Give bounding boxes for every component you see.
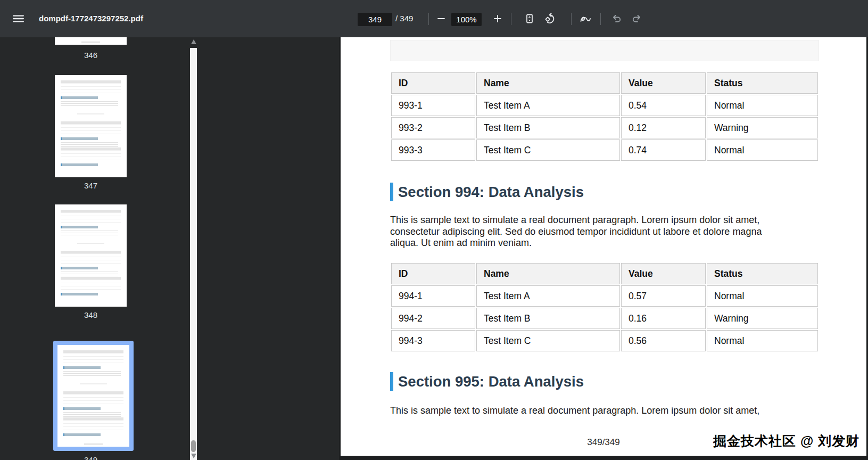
cell-name: Test Item C bbox=[476, 139, 620, 161]
section-heading-994: Section 994: Data Analysis bbox=[390, 183, 584, 201]
column-header: Status bbox=[707, 263, 818, 284]
thumbnail-page-preview bbox=[55, 75, 127, 177]
table-row: 993-3 Test Item C 0.74 Normal bbox=[391, 139, 818, 161]
document-title: dompdf-1772473297252.pdf bbox=[39, 0, 143, 37]
thumbnail-label-349[interactable]: 349 bbox=[55, 455, 127, 460]
paragraph-line: aliqua. Ut enim ad minim veniam. bbox=[390, 237, 824, 249]
cell-status: Normal bbox=[707, 330, 818, 351]
table-row: 994-2 Test Item B 0.16 Warning bbox=[391, 308, 818, 329]
cell-value: 0.56 bbox=[621, 330, 706, 351]
column-header: Name bbox=[476, 263, 620, 284]
paragraph-line: consectetur adipiscing elit. Sed do eius… bbox=[390, 226, 824, 238]
thumbnail-label-347[interactable]: 347 bbox=[55, 181, 127, 190]
thumbnail-sidebar: 346 347 348 349 bbox=[0, 37, 339, 460]
thumbnail-page-preview bbox=[81, 42, 100, 43]
menu-icon bbox=[11, 12, 25, 26]
cell-name: Test Item A bbox=[476, 95, 620, 116]
cell-id: 994-1 bbox=[391, 285, 475, 307]
column-header: Name bbox=[476, 72, 620, 94]
section-heading-995: Section 995: Data Analysis bbox=[390, 372, 584, 391]
paragraph-line: This is sample text to simulate a real d… bbox=[390, 215, 824, 226]
zoom-out-icon bbox=[435, 12, 448, 25]
paragraph-line: This is sample text to simulate a real d… bbox=[390, 405, 824, 417]
cell-value: 0.16 bbox=[621, 308, 706, 329]
table-header-row: ID Name Value Status bbox=[391, 263, 818, 284]
toolbar-divider bbox=[511, 13, 511, 25]
thumbnail-label-346[interactable]: 346 bbox=[55, 51, 127, 60]
thumbnail-label-348[interactable]: 348 bbox=[55, 310, 127, 319]
cell-id: 993-1 bbox=[391, 95, 475, 116]
column-header: ID bbox=[391, 263, 475, 284]
cell-status: Warning bbox=[707, 117, 818, 138]
thumbnail-page-preview bbox=[55, 204, 127, 307]
fit-page-icon bbox=[523, 12, 536, 25]
zoom-in-icon bbox=[491, 12, 504, 25]
cell-value: 0.74 bbox=[621, 139, 706, 161]
rotate-button[interactable] bbox=[542, 10, 559, 27]
draw-annotate-button[interactable] bbox=[577, 10, 594, 27]
toolbar-divider bbox=[571, 13, 572, 25]
menu-button[interactable] bbox=[10, 10, 27, 27]
cell-status: Normal bbox=[707, 95, 818, 116]
rotate-icon bbox=[544, 12, 557, 25]
cell-name: Test Item B bbox=[476, 117, 620, 138]
thumbnail-page-346[interactable] bbox=[55, 37, 127, 45]
watermark-text: 掘金技术社区 @ 刘发财 bbox=[713, 432, 859, 450]
toolbar-divider bbox=[428, 13, 429, 25]
thumbnail-page-349-selected[interactable] bbox=[53, 341, 134, 451]
toolbar-divider bbox=[600, 13, 601, 25]
data-table-993: ID Name Value Status 993-1 Test Item A 0… bbox=[390, 71, 819, 162]
column-header: Value bbox=[621, 263, 706, 284]
pdf-page-349: ID Name Value Status 993-1 Test Item A 0… bbox=[341, 37, 866, 456]
thumbnail-page-347[interactable] bbox=[55, 75, 127, 177]
pdf-viewer-area: ID Name Value Status 993-1 Test Item A 0… bbox=[339, 37, 868, 460]
cell-name: Test Item C bbox=[476, 330, 620, 351]
undo-button[interactable] bbox=[608, 10, 625, 27]
redo-icon bbox=[631, 12, 643, 25]
zoom-out-button[interactable] bbox=[433, 10, 450, 27]
pdf-toolbar: dompdf-1772473297252.pdf / 349 bbox=[0, 0, 868, 37]
scroll-up-arrow-icon[interactable] bbox=[191, 39, 196, 44]
table-row: 994-3 Test Item C 0.56 Normal bbox=[391, 330, 818, 351]
thumbnail-page-348[interactable] bbox=[55, 204, 127, 307]
fit-page-button[interactable] bbox=[521, 10, 538, 27]
sidebar-scrollbar-track[interactable] bbox=[190, 48, 197, 460]
cell-name: Test Item A bbox=[476, 285, 620, 307]
column-header: ID bbox=[391, 72, 475, 94]
data-table-994: ID Name Value Status 994-1 Test Item A 0… bbox=[390, 262, 819, 352]
section-paragraph-994: This is sample text to simulate a real d… bbox=[390, 215, 824, 249]
column-header: Value bbox=[621, 72, 706, 94]
sidebar-scrollbar-thumb[interactable] bbox=[191, 440, 196, 452]
page-count-label: / 349 bbox=[395, 0, 413, 37]
scroll-down-arrow-icon[interactable] bbox=[191, 454, 196, 458]
undo-icon bbox=[610, 12, 623, 25]
thumbnail-page-preview bbox=[57, 345, 129, 447]
cell-status: Warning bbox=[707, 308, 818, 329]
cell-value: 0.12 bbox=[621, 117, 706, 138]
zoom-in-button[interactable] bbox=[489, 10, 506, 27]
table-row: 993-2 Test Item B 0.12 Warning bbox=[391, 117, 818, 138]
cell-name: Test Item B bbox=[476, 308, 620, 329]
cell-id: 993-2 bbox=[391, 117, 475, 138]
column-header: Status bbox=[707, 72, 818, 94]
cell-status: Normal bbox=[707, 139, 818, 161]
cell-status: Normal bbox=[707, 285, 818, 307]
table-header-row: ID Name Value Status bbox=[391, 72, 818, 94]
section-paragraph-995: This is sample text to simulate a real d… bbox=[390, 405, 824, 417]
zoom-level-input[interactable] bbox=[451, 13, 482, 26]
cell-id: 994-2 bbox=[391, 308, 475, 329]
chart-placeholder-box bbox=[390, 40, 819, 61]
cell-id: 993-3 bbox=[391, 139, 475, 161]
page-number-input[interactable] bbox=[358, 13, 392, 26]
cell-id: 994-3 bbox=[391, 330, 475, 351]
cell-value: 0.57 bbox=[621, 285, 706, 307]
table-row: 993-1 Test Item A 0.54 Normal bbox=[391, 95, 818, 116]
redo-button[interactable] bbox=[629, 10, 646, 27]
draw-icon bbox=[579, 12, 592, 25]
cell-value: 0.54 bbox=[621, 95, 706, 116]
table-row: 994-1 Test Item A 0.57 Normal bbox=[391, 285, 818, 307]
